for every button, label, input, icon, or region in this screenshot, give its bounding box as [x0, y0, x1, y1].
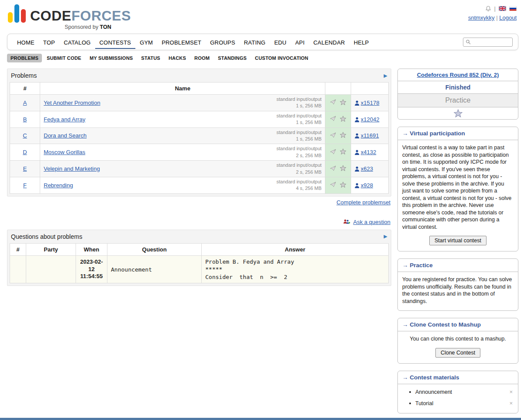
submit-plane-icon[interactable]	[330, 99, 336, 106]
question-party	[26, 255, 76, 283]
close-icon[interactable]: ×	[509, 389, 513, 395]
favorite-star-icon[interactable]	[340, 116, 346, 123]
close-icon[interactable]: ×	[509, 400, 513, 406]
menu-rating[interactable]: RATING	[240, 35, 270, 49]
submit-plane-icon[interactable]	[330, 182, 336, 189]
subtab-custom-invocation[interactable]: CUSTOM INVOCATION	[252, 54, 312, 62]
favorite-star-icon[interactable]	[340, 148, 346, 156]
solved-count-link[interactable]: x11691	[361, 132, 379, 139]
contest-mode: Practice	[398, 94, 518, 107]
subtab-problems[interactable]: PROBLEMS	[7, 54, 42, 62]
practice-caption: → Practice	[398, 259, 518, 272]
contest-favorite-star-icon[interactable]	[454, 112, 462, 119]
col-header-solved	[351, 83, 389, 95]
solved-count-link[interactable]: x12042	[361, 116, 380, 123]
question-answer: Problem B. Fedya and Array ***** Conside…	[202, 255, 389, 283]
search-box[interactable]	[463, 38, 513, 47]
menu-edu[interactable]: EDU	[270, 35, 291, 49]
subtab-my-submissions[interactable]: MY SUBMISSIONS	[86, 54, 136, 62]
problem-name-link[interactable]: Moscow Gorillas	[44, 149, 85, 155]
clone-contest-button[interactable]: Clone Contest	[435, 348, 480, 358]
material-announcement-link[interactable]: Announcement	[415, 389, 452, 395]
clone-mashup-box: → Clone Contest to Mashup You can clone …	[397, 318, 518, 364]
logo-link[interactable]: CODEFORCES Sponsored by TON	[8, 4, 131, 30]
username-link[interactable]: sntmxykky	[468, 14, 495, 21]
menu-help[interactable]: HELP	[349, 35, 373, 49]
subtab-room[interactable]: ROOM	[191, 54, 213, 62]
solved-person-icon	[355, 183, 359, 188]
material-tutorial-link[interactable]: Tutorial	[415, 400, 433, 406]
header-right: |	[468, 4, 517, 21]
menu-home[interactable]: HOME	[13, 35, 39, 49]
logout-link[interactable]: Logout	[499, 14, 517, 21]
menu-problemset[interactable]: PROBLEMSET	[157, 35, 206, 49]
expand-arrow-icon[interactable]: ▶	[384, 73, 387, 78]
problem-name-link[interactable]: Velepin and Marketing	[44, 165, 100, 172]
menu-gym[interactable]: GYM	[135, 35, 157, 49]
ask-question-link[interactable]: Ask a question	[353, 219, 390, 225]
problem-row-c: C Dora and Search standard input/output1…	[10, 127, 389, 144]
col-header-name: Name	[40, 83, 325, 95]
start-virtual-contest-button[interactable]: Start virtual contest	[429, 236, 486, 245]
subtab-status[interactable]: STATUS	[138, 54, 164, 62]
menu-catalog[interactable]: CATALOG	[59, 35, 95, 49]
english-flag-icon[interactable]	[499, 6, 506, 11]
favorite-star-icon[interactable]	[340, 165, 346, 172]
menu-groups[interactable]: GROUPS	[206, 35, 240, 49]
ask-question-icon	[343, 219, 351, 225]
problem-index-link[interactable]: B	[23, 116, 27, 123]
problems-caption: Problems	[11, 72, 37, 79]
contest-sub-menu: PROBLEMS SUBMIT CODE MY SUBMISSIONS STAT…	[7, 54, 518, 62]
solved-count-link[interactable]: x4132	[361, 149, 376, 155]
header-divider: |	[494, 5, 496, 12]
problem-row-d: D Moscow Gorillas standard input/output2…	[10, 144, 389, 161]
complete-problemset-link[interactable]: Complete problemset	[336, 199, 390, 206]
virtual-participation-text: Virtual contest is a way to take part in…	[398, 140, 518, 235]
menu-api[interactable]: API	[291, 35, 309, 49]
expand-arrow-icon[interactable]: ▶	[384, 234, 387, 239]
menu-calendar[interactable]: CALENDAR	[309, 35, 349, 49]
submit-plane-icon[interactable]	[330, 149, 336, 156]
contest-title-link[interactable]: Codeforces Round 852 (Div. 2)	[417, 72, 499, 78]
favorite-star-icon[interactable]	[340, 99, 346, 107]
solved-count-link[interactable]: x928	[361, 182, 373, 189]
russian-flag-icon[interactable]	[509, 6, 517, 11]
problem-row-f: F Rebrending standard input/output4 s, 2…	[10, 177, 389, 193]
solved-person-icon	[355, 117, 359, 122]
notifications-bell-icon[interactable]	[485, 5, 491, 12]
problem-index-link[interactable]: A	[23, 100, 27, 106]
problem-index-link[interactable]: C	[23, 132, 27, 139]
problem-index-link[interactable]: D	[23, 149, 27, 155]
problem-name-link[interactable]: Yet Another Promotion	[44, 100, 100, 106]
problem-index-link[interactable]: F	[23, 182, 27, 189]
favorite-star-icon[interactable]	[340, 182, 346, 189]
question-when: 2023-02-12 11:54:55	[76, 255, 107, 283]
bullet-icon	[409, 391, 411, 393]
problem-name-link[interactable]: Dora and Search	[44, 132, 86, 139]
solved-count-link[interactable]: x623	[361, 165, 373, 172]
favorite-star-icon[interactable]	[340, 132, 346, 139]
clone-mashup-caption: → Clone Contest to Mashup	[398, 318, 518, 331]
submit-plane-icon[interactable]	[330, 165, 336, 172]
contest-info-box: Codeforces Round 852 (Div. 2) Finished P…	[397, 69, 518, 120]
col-header-icons	[325, 83, 351, 95]
problem-index-link[interactable]: E	[23, 165, 27, 172]
submit-plane-icon[interactable]	[330, 132, 336, 139]
sponsored-prefix: Sponsored by	[65, 24, 100, 30]
subtab-standings[interactable]: STANDINGS	[214, 54, 250, 62]
subtab-hacks[interactable]: HACKS	[165, 54, 190, 62]
questions-box: Questions about problems ▶ # Party When …	[7, 230, 391, 286]
menu-contests[interactable]: CONTESTS	[95, 35, 135, 49]
search-input[interactable]	[473, 39, 510, 45]
menu-top[interactable]: TOP	[39, 35, 59, 49]
user-divider: |	[496, 14, 497, 21]
solved-count-link[interactable]: x15178	[361, 100, 380, 106]
question-text: Announcement	[107, 255, 202, 283]
problem-name-link[interactable]: Fedya and Array	[44, 116, 85, 123]
subtab-submit-code[interactable]: SUBMIT CODE	[43, 54, 85, 62]
problem-name-link[interactable]: Rebrending	[44, 182, 73, 189]
sidebar: Codeforces Round 852 (Div. 2) Finished P…	[397, 69, 518, 420]
submit-plane-icon[interactable]	[330, 116, 336, 123]
material-item-announcement: Announcement ×	[398, 386, 518, 398]
problems-box: Problems ▶ # Name A	[7, 69, 391, 196]
